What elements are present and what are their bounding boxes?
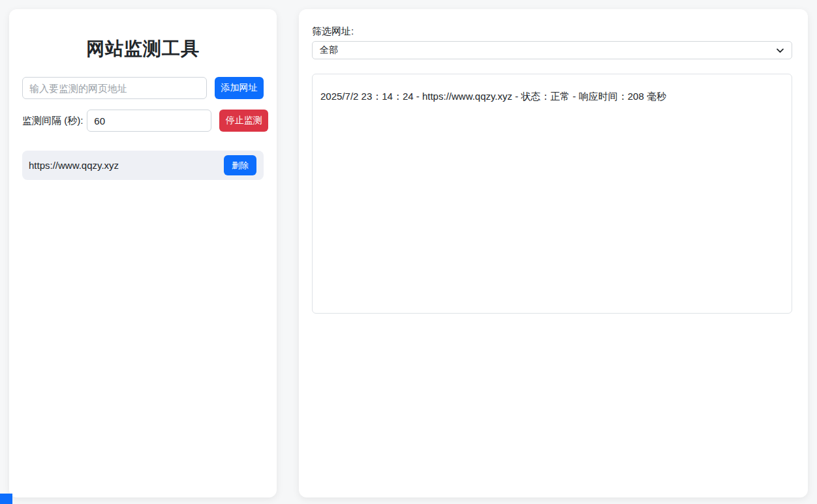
interval-input[interactable] <box>87 110 211 132</box>
interval-label: 监测间隔 (秒): <box>22 115 83 127</box>
log-entry: 2025/7/2 23：14：24 - https://www.qqzy.xyz… <box>320 89 784 104</box>
log-panel: 筛选网址: 全部 2025/7/2 23：14：24 - https://www… <box>299 9 808 497</box>
filter-select-value: 全部 <box>320 44 338 56</box>
site-list: https://www.qqzy.xyz 删除 <box>22 151 264 180</box>
filter-select[interactable]: 全部 <box>312 41 792 59</box>
add-url-row: 添加网址 <box>22 77 264 99</box>
delete-site-button[interactable]: 删除 <box>224 155 256 175</box>
monitor-panel: 网站监测工具 添加网址 监测间隔 (秒): 停止监测 https://www.q… <box>9 9 277 497</box>
page: { "colors": { "primary": "#0d6efd", "dan… <box>0 0 817 504</box>
interval-row: 监测间隔 (秒): 停止监测 <box>22 110 264 132</box>
blue-corner-marker <box>0 494 12 504</box>
log-output[interactable]: 2025/7/2 23：14：24 - https://www.qqzy.xyz… <box>312 74 792 314</box>
url-input[interactable] <box>22 77 207 99</box>
site-url: https://www.qqzy.xyz <box>29 160 119 171</box>
site-list-item: https://www.qqzy.xyz 删除 <box>22 151 264 180</box>
filter-label: 筛选网址: <box>312 25 792 38</box>
page-title: 网站监测工具 <box>22 38 264 60</box>
add-url-button[interactable]: 添加网址 <box>215 77 264 99</box>
chevron-down-icon <box>776 46 784 55</box>
stop-monitor-button[interactable]: 停止监测 <box>219 110 268 132</box>
